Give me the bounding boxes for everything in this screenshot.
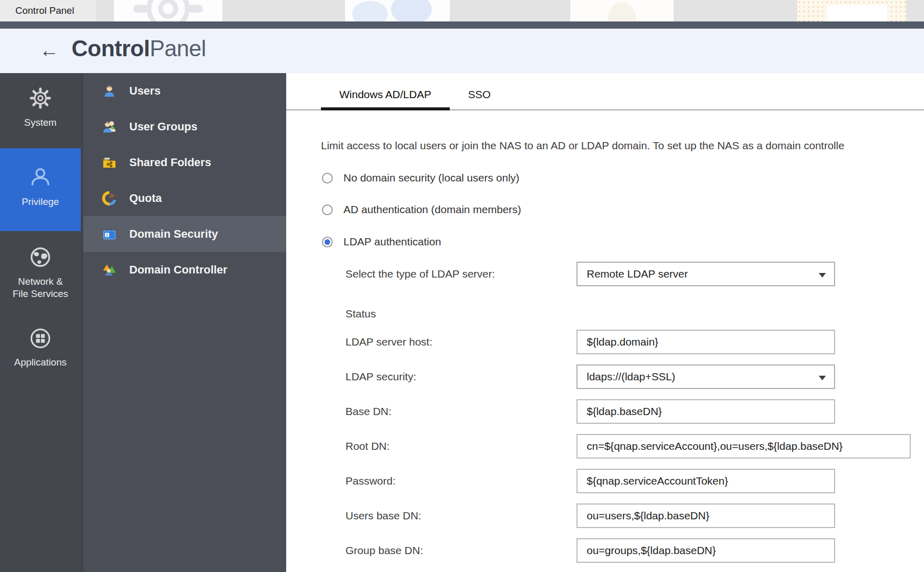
ldap-security-select[interactable]: ldaps://(ldap+SSL) [576,364,835,389]
menu-item-users[interactable]: Users [83,73,286,109]
radio-label: AD authentication (domain members) [343,203,521,216]
back-button[interactable]: ← [37,38,61,63]
radio-circle-icon[interactable] [322,173,333,184]
faded-gear-icon [130,0,206,21]
menu-item-domain-security[interactable]: Domain Security [83,216,286,252]
root-dn-input[interactable] [576,434,911,459]
tab-bar: Windows AD/LDAP SSO [286,73,924,110]
app-header: ← ControlPanel [0,29,924,73]
select-value: Remote LDAP server [587,268,688,280]
radio-circle-icon-selected[interactable] [322,237,333,247]
domain-security-badge-icon [102,226,117,242]
menu-item-label: Shared Folders [129,156,211,169]
faded-panel [827,5,887,21]
page-title: ControlPanel [72,36,206,61]
password-label: Password: [345,475,396,487]
chevron-down-icon [819,376,826,380]
quota-donut-icon [102,191,117,206]
window-tab-control-panel[interactable]: Control Panel [0,0,97,21]
sidebar-item-applications[interactable]: Applications [0,318,81,384]
menu-item-label: Domain Security [129,227,218,241]
desktop-thumbnail-apps [797,0,906,21]
sidebar-item-label: Privilege [0,196,81,208]
users-base-dn-input[interactable] [576,504,835,528]
select-value: ldaps://(ldap+SSL) [587,371,675,382]
tab-sso[interactable]: SSO [450,73,509,109]
desktop-thumbnail-user [570,0,674,21]
user-icon [29,166,52,189]
apps-grid-icon [29,327,52,350]
page-title-light: Panel [150,36,206,61]
sidebar-item-privilege[interactable]: Privilege [0,148,81,231]
menu-item-domain-controller[interactable]: Domain Controller [83,252,286,288]
app-body: System Privilege [0,73,924,572]
taskbar: Control Panel [0,0,924,21]
globe-icon [29,245,52,269]
menu-item-label: Quota [129,192,162,205]
radio-no-domain-security[interactable]: No domain security (local users only) [322,172,519,184]
tab-label: Windows AD/LDAP [339,88,431,109]
sidebar-item-label: System [0,117,81,129]
window-title-bar [0,21,924,29]
menu-item-label: User Groups [129,120,197,133]
user-icon [102,83,117,99]
users-base-dn-label: Users base DN: [345,510,421,522]
user-groups-icon [102,119,117,134]
desktop-thumbnail-gear [114,0,222,21]
root-dn-label: Root DN: [345,440,389,452]
faded-blob [391,0,432,21]
group-base-dn-input[interactable] [576,538,835,563]
sidebar-item-label: Network & File Services [0,276,81,300]
ldap-server-type-label: Select the type of LDAP server: [345,268,495,280]
sidebar-item-system[interactable]: System [0,73,81,148]
page-title-bold: Control [72,36,150,61]
tab-label: SSO [468,88,491,109]
desktop-thumbnail-network [345,0,450,21]
menu-item-label: Domain Controller [129,263,227,277]
control-panel-window: Control Panel ← ControlPanel [0,0,924,572]
menu-item-user-groups[interactable]: User Groups [83,109,286,145]
faded-person-icon [608,2,636,21]
page-description: Limit access to local users or join the … [321,140,924,151]
sidebar-item-network-file-services[interactable]: Network & File Services [0,231,81,318]
chevron-down-icon [819,273,826,278]
ldap-server-host-input[interactable] [576,330,835,354]
shared-folder-icon [102,155,117,170]
radio-label: LDAP authentication [343,236,441,248]
back-arrow-icon: ← [39,39,59,61]
radio-circle-icon[interactable] [322,204,333,215]
menu-item-label: Users [129,84,160,98]
group-base-dn-label: Group base DN: [345,544,423,557]
main-content: Windows AD/LDAP SSO Limit access to loca… [286,73,924,572]
base-dn-input[interactable] [576,399,835,424]
menu-item-quota[interactable]: Quota [83,180,286,216]
gear-icon [29,86,52,110]
radio-ad-authentication[interactable]: AD authentication (domain members) [322,203,521,216]
domain-controller-icon [102,262,117,278]
radio-ldap-authentication[interactable]: LDAP authentication [322,236,441,248]
sidebar-item-label: Applications [0,356,81,369]
sidebar-primary: System Privilege [0,73,81,572]
ldap-server-type-select[interactable]: Remote LDAP server [576,262,835,286]
status-label: Status [345,308,376,320]
ldap-security-label: LDAP security: [345,371,417,383]
tab-windows-ad-ldap[interactable]: Windows AD/LDAP [321,73,450,109]
password-input[interactable] [576,469,835,493]
faded-blob [352,1,388,21]
radio-label: No domain security (local users only) [343,172,519,184]
menu-item-shared-folders[interactable]: Shared Folders [83,145,286,180]
base-dn-label: Base DN: [345,405,391,418]
sidebar-secondary: Users User Groups [81,73,286,572]
ldap-server-host-label: LDAP server host: [345,336,432,348]
